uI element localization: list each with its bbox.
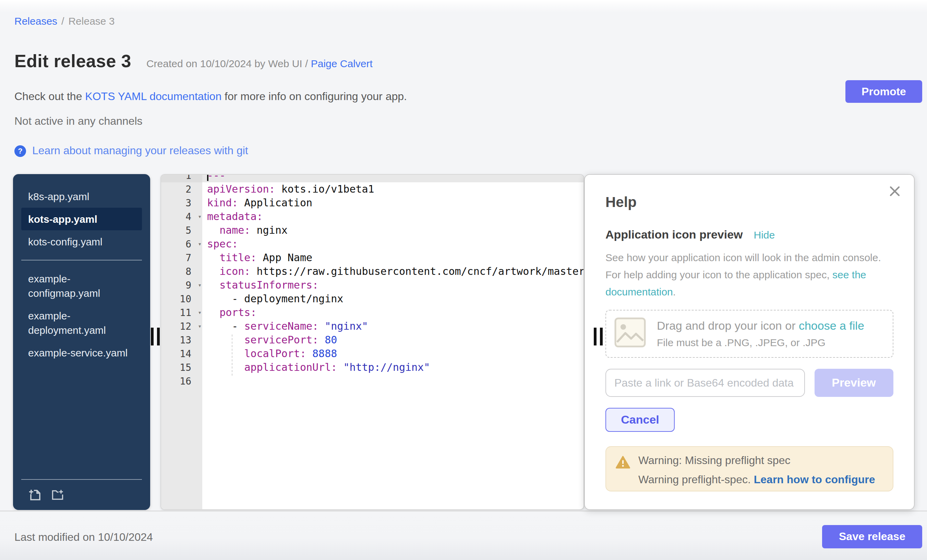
editor-line: 16	[161, 374, 584, 388]
code-token: localPort:	[244, 348, 306, 360]
file-tree-divider	[21, 260, 142, 261]
editor-gutter-cell: 10	[161, 292, 202, 306]
line-number: 1	[161, 174, 191, 182]
code-line[interactable]: servicePort: 80	[202, 333, 584, 347]
code-line[interactable]: localPort: 8888	[202, 347, 584, 361]
code-line[interactable]: - deployment/nginx	[202, 292, 584, 306]
fold-arrow-icon[interactable]: ▾	[198, 319, 202, 333]
editor-line: 2apiVersion: kots.io/v1beta1	[161, 182, 584, 196]
git-releases-link[interactable]: Learn about managing your releases with …	[32, 145, 248, 157]
icon-url-input[interactable]	[605, 369, 805, 397]
doc-line: Check out the KOTS YAML documentation fo…	[14, 91, 407, 103]
code-token: metadata:	[207, 211, 263, 223]
dropzone-text: Drag and drop your icon or choose a file…	[657, 319, 864, 348]
editor-line: 6▾spec:	[161, 237, 584, 251]
icon-dropzone[interactable]: Drag and drop your icon or choose a file…	[605, 310, 894, 358]
code-token: apiVersion:	[207, 183, 275, 195]
editor-lines: 1---2apiVersion: kots.io/v1beta13kind: A…	[161, 174, 584, 388]
editor-gutter-cell: 2	[161, 182, 202, 196]
code-token: nginx	[250, 224, 287, 237]
dropzone-prefix: Drag and drop your icon or	[657, 319, 799, 332]
code-token	[337, 361, 343, 373]
breadcrumb-releases-link[interactable]: Releases	[14, 15, 57, 27]
editor-line: 13 servicePort: 80	[161, 333, 584, 347]
line-number: 9	[161, 278, 191, 292]
save-release-button[interactable]: Save release	[822, 525, 922, 548]
fold-arrow-icon[interactable]: ▾	[198, 237, 202, 251]
warning-detail: Warning preflight-spec. Learn how to con…	[638, 473, 875, 486]
editor-gutter-cell: 5	[161, 223, 202, 237]
new-folder-icon[interactable]	[51, 488, 64, 502]
code-token	[207, 279, 219, 291]
code-line[interactable]: applicationUrl: "http://nginx"	[202, 361, 584, 374]
code-line[interactable]: - serviceName: "nginx"	[202, 319, 584, 333]
code-token: name:	[219, 224, 250, 237]
close-icon[interactable]	[888, 184, 902, 198]
fold-arrow-icon[interactable]: ▾	[198, 210, 202, 223]
code-token: "nginx"	[325, 320, 368, 332]
editor-gutter-cell: 1	[161, 174, 202, 182]
code-token: serviceName:	[244, 320, 319, 332]
file-tree-item[interactable]: k8s-app.yaml	[21, 185, 142, 208]
editor-line: 1---	[161, 174, 584, 182]
editor-gutter-cell: 13	[161, 333, 202, 347]
editor-line: 10 - deployment/nginx	[161, 292, 584, 306]
code-line[interactable]: icon: https://raw.githubusercontent.com/…	[202, 264, 584, 278]
line-number: 15	[161, 361, 191, 374]
editor-gutter-cell: 8	[161, 264, 202, 278]
cancel-button[interactable]: Cancel	[605, 408, 675, 432]
learn-configure-link[interactable]: Learn how to configure	[754, 473, 875, 485]
editor-line: 4▾metadata:	[161, 210, 584, 223]
warning-banner: Warning: Missing preflight spec Warning …	[605, 446, 894, 492]
author-link[interactable]: Paige Calvert	[311, 58, 373, 69]
kots-yaml-doc-link[interactable]: KOTS YAML documentation	[85, 91, 222, 102]
choose-file-link[interactable]: choose a file	[799, 319, 864, 332]
code-token: kots.io/v1beta1	[275, 183, 374, 195]
new-file-icon[interactable]	[28, 488, 42, 502]
file-tree-item[interactable]: example-service.yaml	[21, 341, 142, 364]
code-token: 8888	[312, 348, 337, 360]
code-line[interactable]: ---	[202, 174, 584, 182]
indent-guide	[232, 334, 233, 376]
code-line[interactable]: metadata:	[202, 210, 584, 223]
doc-line-suffix: for more info on configuring your app.	[222, 91, 407, 102]
file-tree-item[interactable]: example-configmap.yaml	[21, 267, 142, 304]
breadcrumb-current: Release 3	[68, 15, 114, 27]
promote-button[interactable]: Promote	[845, 80, 922, 103]
file-tree: k8s-app.yamlkots-app.yamlkots-config.yam…	[13, 174, 150, 510]
code-line[interactable]: title: App Name	[202, 251, 584, 264]
editor-gutter-cell: 12▾	[161, 319, 202, 333]
line-number: 16	[161, 374, 191, 388]
file-tree-resize-handle[interactable]	[151, 328, 161, 346]
line-number: 5	[161, 223, 191, 237]
editor-gutter-cell: 3	[161, 196, 202, 210]
last-modified: Last modified on 10/10/2024	[14, 531, 153, 543]
file-tree-item[interactable]: kots-config.yaml	[21, 230, 142, 253]
fold-arrow-icon[interactable]: ▾	[198, 306, 202, 319]
line-number: 14	[161, 347, 191, 361]
preview-button[interactable]: Preview	[814, 369, 894, 397]
hide-link[interactable]: Hide	[754, 229, 775, 241]
icon-preview-title: Application icon preview	[605, 228, 743, 242]
yaml-editor[interactable]: 1---2apiVersion: kots.io/v1beta13kind: A…	[160, 174, 584, 510]
code-line[interactable]: name: nginx	[202, 223, 584, 237]
warning-text: Warning: Missing preflight spec Warning …	[638, 454, 875, 483]
file-tree-item[interactable]: example-deployment.yaml	[21, 304, 142, 341]
warning-icon	[616, 456, 630, 483]
help-panel-resize-handle[interactable]	[594, 328, 604, 346]
code-line[interactable]: spec:	[202, 237, 584, 251]
icon-preview-description: See how your application icon will look …	[605, 249, 894, 300]
fold-arrow-icon[interactable]: ▾	[198, 278, 202, 292]
code-line[interactable]: statusInformers:	[202, 278, 584, 292]
editor-gutter-cell: 7	[161, 251, 202, 264]
code-line[interactable]: apiVersion: kots.io/v1beta1	[202, 182, 584, 196]
code-token	[306, 348, 312, 360]
code-token: kind:	[207, 197, 238, 209]
code-token	[207, 348, 244, 360]
code-token	[207, 252, 219, 264]
code-line[interactable]	[202, 374, 584, 388]
code-line[interactable]: kind: Application	[202, 196, 584, 210]
file-tree-item[interactable]: kots-app.yaml	[21, 208, 142, 230]
code-token: applicationUrl:	[244, 361, 337, 373]
code-line[interactable]: ports:	[202, 306, 584, 319]
